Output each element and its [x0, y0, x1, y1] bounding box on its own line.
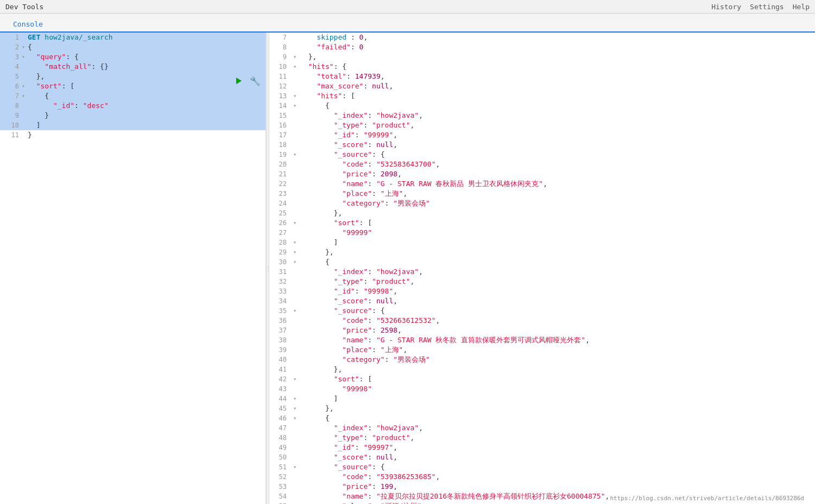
right-line-number: 25 — [269, 208, 291, 218]
right-fold-icon[interactable] — [291, 472, 299, 482]
drag-handle[interactable]: ⋮ — [266, 33, 269, 504]
right-panel[interactable]: 7 skipped : 0,8 "failed": 09▾ },10▾ "hit… — [269, 33, 815, 504]
line-number: 3 — [0, 52, 19, 62]
right-fold-icon[interactable] — [291, 72, 299, 81]
right-line-content: "_score": null, — [299, 452, 397, 462]
run-button[interactable] — [233, 75, 245, 87]
fold-icon[interactable] — [19, 130, 28, 140]
fold-icon[interactable]: ▾ — [19, 91, 28, 101]
right-fold-icon[interactable]: ▾ — [291, 62, 299, 72]
fold-icon[interactable] — [19, 111, 28, 120]
right-fold-icon[interactable] — [291, 130, 299, 140]
right-fold-icon[interactable] — [291, 423, 299, 433]
right-fold-icon[interactable] — [291, 443, 299, 452]
right-fold-icon[interactable]: ▾ — [291, 306, 299, 316]
help-nav[interactable]: Help — [793, 3, 810, 11]
right-fold-icon[interactable] — [291, 179, 299, 189]
right-fold-icon[interactable] — [291, 189, 299, 199]
right-fold-icon[interactable] — [291, 286, 299, 296]
line-number: 5 — [0, 72, 19, 81]
right-fold-icon[interactable]: ▾ — [291, 413, 299, 423]
right-fold-icon[interactable] — [291, 277, 299, 286]
right-line-number: 37 — [269, 326, 291, 335]
right-fold-icon[interactable] — [291, 120, 299, 130]
right-line-row: 13▾ "hits": [ — [269, 91, 815, 101]
right-line-row: 46▾ { — [269, 413, 815, 423]
fold-icon[interactable]: ▾ — [19, 42, 28, 52]
right-line-number: 40 — [269, 355, 291, 365]
right-fold-icon[interactable]: ▾ — [291, 247, 299, 257]
tab-console[interactable]: Console — [5, 17, 50, 33]
right-fold-icon[interactable]: ▾ — [291, 150, 299, 160]
right-fold-icon[interactable] — [291, 160, 299, 169]
right-fold-icon[interactable] — [291, 365, 299, 374]
right-fold-icon[interactable]: ▾ — [291, 218, 299, 228]
right-line-row: 7 skipped : 0, — [269, 33, 815, 42]
right-fold-icon[interactable] — [291, 335, 299, 345]
right-line-number: 23 — [269, 189, 291, 199]
right-fold-icon[interactable] — [291, 492, 299, 501]
right-fold-icon[interactable] — [291, 452, 299, 462]
editor-table: 1GET how2java/_search2▾{3▾ "query": {4 "… — [0, 33, 266, 140]
right-fold-icon[interactable] — [291, 501, 299, 504]
right-line-number: 54 — [269, 492, 291, 501]
right-fold-icon[interactable]: ▾ — [291, 394, 299, 404]
right-line-number: 31 — [269, 267, 291, 277]
right-line-content: "_id": "99999", — [299, 130, 397, 140]
line-number: 8 — [0, 101, 19, 111]
right-fold-icon[interactable] — [291, 316, 299, 326]
wrench-button[interactable]: 🔧 — [249, 75, 261, 87]
fold-icon[interactable] — [19, 101, 28, 111]
right-line-content: "price": 2098, — [299, 169, 402, 179]
right-fold-icon[interactable]: ▾ — [291, 52, 299, 62]
right-fold-icon[interactable] — [291, 81, 299, 91]
right-fold-icon[interactable] — [291, 208, 299, 218]
fold-icon[interactable] — [19, 120, 28, 130]
right-fold-icon[interactable] — [291, 267, 299, 277]
right-line-row: 18 "_score": null, — [269, 140, 815, 150]
right-fold-icon[interactable] — [291, 355, 299, 365]
right-fold-icon[interactable] — [291, 345, 299, 355]
right-line-content: "_source": { — [299, 306, 385, 316]
right-line-row: 32 "_type": "product", — [269, 277, 815, 286]
right-line-row: 51▾ "_source": { — [269, 462, 815, 472]
right-fold-icon[interactable] — [291, 140, 299, 150]
right-fold-icon[interactable]: ▾ — [291, 238, 299, 247]
right-fold-icon[interactable] — [291, 228, 299, 238]
right-fold-icon[interactable]: ▾ — [291, 462, 299, 472]
right-fold-icon[interactable] — [291, 384, 299, 394]
fold-icon[interactable] — [19, 62, 28, 72]
left-editor[interactable]: 1GET how2java/_search2▾{3▾ "query": {4 "… — [0, 33, 266, 504]
settings-nav[interactable]: Settings — [750, 3, 784, 11]
right-fold-icon[interactable] — [291, 199, 299, 208]
right-line-content: "category": "男装会场" — [299, 199, 430, 208]
history-nav[interactable]: History — [711, 3, 741, 11]
right-fold-icon[interactable] — [291, 482, 299, 492]
right-line-content: "category": "男装会场" — [299, 355, 430, 365]
right-fold-icon[interactable]: ▾ — [291, 101, 299, 111]
line-content: { — [28, 42, 266, 52]
right-fold-icon[interactable] — [291, 296, 299, 306]
right-line-row: 30▾ { — [269, 257, 815, 267]
right-line-number: 14 — [269, 101, 291, 111]
fold-icon[interactable] — [19, 33, 28, 42]
right-fold-icon[interactable]: ▾ — [291, 374, 299, 384]
fold-icon[interactable] — [19, 72, 28, 81]
right-fold-icon[interactable] — [291, 433, 299, 443]
right-line-content: "price": 199, — [299, 482, 397, 492]
right-fold-icon[interactable] — [291, 326, 299, 335]
right-fold-icon[interactable]: ▾ — [291, 91, 299, 101]
right-fold-icon[interactable] — [291, 111, 299, 120]
right-fold-icon[interactable]: ▾ — [291, 257, 299, 267]
right-fold-icon[interactable]: ▾ — [291, 404, 299, 413]
fold-icon[interactable]: ▾ — [19, 52, 28, 62]
right-fold-icon[interactable] — [291, 169, 299, 179]
right-line-row: 17 "_id": "99999", — [269, 130, 815, 140]
right-fold-icon[interactable] — [291, 42, 299, 52]
fold-icon[interactable]: ▾ — [19, 81, 28, 91]
right-fold-icon[interactable] — [291, 33, 299, 42]
right-line-row: 21 "price": 2098, — [269, 169, 815, 179]
top-nav: History Settings Help — [711, 3, 810, 11]
right-line-row: 12 "max_score": null, — [269, 81, 815, 91]
right-line-content: ] — [299, 238, 338, 247]
